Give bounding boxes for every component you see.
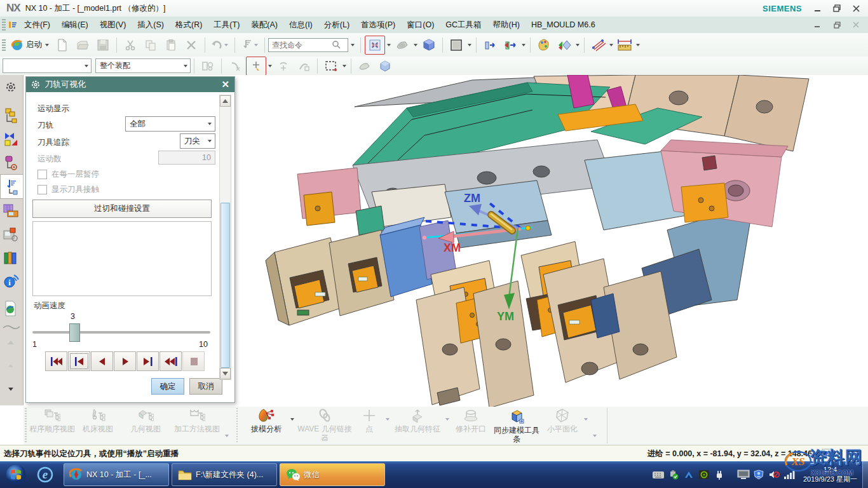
- view-orientation-button[interactable]: [419, 36, 438, 54]
- menu-preferences[interactable]: 首选项(P): [355, 17, 401, 33]
- bottom-toolbar-handle[interactable]: [25, 408, 27, 442]
- menu-file[interactable]: 文件(F): [18, 17, 56, 33]
- taskbar-nx-button[interactable]: NX 10 - 加工 - [_...: [64, 463, 169, 486]
- measure-button[interactable]: [615, 36, 634, 54]
- tray-keyboard-icon[interactable]: [652, 469, 665, 480]
- menu-gc-toolbox[interactable]: GC工具箱: [440, 17, 487, 33]
- resource-bar-sash[interactable]: [2, 323, 21, 330]
- snap-midpoint-button[interactable]: [294, 57, 313, 75]
- roles-gear-icon[interactable]: [0, 75, 22, 98]
- tray-usb-icon[interactable]: [667, 469, 680, 480]
- point-button[interactable]: 点: [354, 408, 384, 433]
- pause-each-level-checkbox[interactable]: 在每一层暂停: [37, 169, 99, 180]
- undo-button[interactable]: [209, 36, 231, 54]
- menu-drag-handle[interactable]: [2, 19, 6, 30]
- operation-navigator-tab[interactable]: [0, 174, 23, 199]
- tray-display-icon[interactable]: [737, 469, 750, 480]
- speed-slider-track[interactable]: [32, 331, 210, 334]
- start-orb[interactable]: [5, 464, 27, 485]
- tray-nvidia-icon[interactable]: [698, 469, 710, 480]
- menu-view[interactable]: 视图(V): [94, 17, 132, 33]
- toolpath-combo[interactable]: 全部: [125, 116, 215, 132]
- copy-button[interactable]: [141, 36, 160, 54]
- internet-info-tab[interactable]: i: [0, 269, 22, 293]
- snap-rotate-button[interactable]: [274, 57, 293, 75]
- minimize-button[interactable]: [811, 3, 825, 13]
- pull-face-button[interactable]: [501, 36, 520, 54]
- menu-edit[interactable]: 编辑(E): [56, 17, 94, 33]
- move-face-button[interactable]: [480, 36, 499, 54]
- speed-slider-thumb[interactable]: [69, 323, 80, 342]
- machine-tool-view-button[interactable]: 机床视图: [75, 408, 121, 433]
- step-forward-button[interactable]: [137, 351, 159, 371]
- play-forward-button[interactable]: [114, 351, 136, 371]
- tray-volume-muted-icon[interactable]: [768, 469, 780, 480]
- menu-assemblies[interactable]: 装配(A): [245, 17, 283, 33]
- facet-body-button[interactable]: 小平面化: [542, 408, 583, 433]
- shell-select-button[interactable]: [355, 57, 374, 75]
- assembly-navigator-tab[interactable]: [0, 104, 22, 127]
- draft-analysis-button[interactable]: 拔模分析: [243, 408, 289, 433]
- menu-analysis[interactable]: 分析(L): [318, 17, 355, 33]
- menu-hb-mould[interactable]: HB_MOULD M6.6: [526, 18, 601, 32]
- taskbar-wechat-button[interactable]: 微信: [280, 463, 385, 486]
- dialog-close-icon[interactable]: ✕: [221, 79, 229, 90]
- assembly-constraint-button[interactable]: [198, 57, 217, 75]
- tray-autodesk-icon[interactable]: [682, 469, 695, 480]
- open-button[interactable]: [73, 36, 92, 54]
- machining-method-view-button[interactable]: 加工方法视图: [170, 408, 224, 433]
- library-tab[interactable]: [0, 246, 22, 269]
- start-button[interactable]: 启动: [9, 36, 51, 54]
- selection-scope-combo[interactable]: 整个装配: [95, 58, 191, 73]
- new-file-button[interactable]: [53, 36, 72, 54]
- section-view-button[interactable]: [588, 36, 607, 54]
- gouge-check-button[interactable]: 过切和碰撞设置: [32, 200, 212, 218]
- doc-minimize-button[interactable]: [811, 20, 825, 30]
- resource-bar-menu-caret[interactable]: [0, 377, 22, 401]
- ie-taskbar-icon[interactable]: e: [34, 465, 56, 484]
- dialog-title-bar[interactable]: 刀轨可视化 ✕: [26, 77, 234, 92]
- process-navigator-tab[interactable]: [0, 222, 22, 246]
- doc-close-button[interactable]: [849, 20, 863, 30]
- play-backward-button[interactable]: [91, 351, 113, 371]
- cut-button[interactable]: [121, 36, 140, 54]
- history-tab[interactable]: [0, 297, 22, 320]
- toolpath-event-list[interactable]: [32, 221, 212, 296]
- taskbar-folder-button[interactable]: F:\新建文件夹 (4)...: [172, 463, 277, 486]
- go-to-end-button[interactable]: [159, 351, 182, 371]
- menu-help[interactable]: 帮助(H): [487, 17, 526, 33]
- ok-button[interactable]: 确定: [151, 378, 184, 395]
- dialog-scrollbar[interactable]: [219, 95, 231, 380]
- menu-format[interactable]: 格式(R): [170, 17, 208, 33]
- step-back-button[interactable]: [68, 351, 90, 371]
- marquee-select-button[interactable]: [322, 57, 341, 75]
- snap-filter-button[interactable]: [246, 57, 266, 76]
- toolbar-drag-handle[interactable]: [2, 39, 6, 51]
- tool-tracking-combo[interactable]: 刀尖: [180, 133, 215, 149]
- solid-select-button[interactable]: [376, 57, 395, 75]
- doc-restore-button[interactable]: [830, 20, 844, 30]
- type-filter-combo[interactable]: [3, 58, 92, 73]
- visual-effects-button[interactable]: [534, 36, 553, 54]
- tray-action-center-icon[interactable]: [752, 469, 765, 480]
- tray-power-plug-icon[interactable]: [713, 469, 726, 480]
- display-mode-button[interactable]: [393, 36, 412, 54]
- background-button[interactable]: [447, 36, 466, 54]
- restore-button[interactable]: [830, 3, 844, 13]
- fit-view-button[interactable]: [365, 36, 385, 55]
- menu-tools[interactable]: 工具(T): [208, 17, 245, 33]
- synchronous-modeling-button[interactable]: 同步建模工具条: [491, 408, 542, 444]
- true-shading-button[interactable]: [555, 36, 574, 54]
- paste-button[interactable]: [161, 36, 180, 54]
- save-button[interactable]: [93, 36, 112, 54]
- tool-display-button[interactable]: [239, 36, 261, 54]
- delete-button[interactable]: [182, 36, 201, 54]
- geometry-view-button[interactable]: 几何视图: [121, 408, 170, 433]
- part-navigator-tab[interactable]: [0, 151, 22, 174]
- close-button[interactable]: [849, 3, 863, 13]
- scrollbar-thumb[interactable]: [220, 203, 230, 368]
- scrollbar-down-button[interactable]: [220, 368, 231, 379]
- command-finder-input[interactable]: [271, 40, 332, 50]
- constraint-navigator-tab[interactable]: [0, 127, 22, 151]
- patch-opening-button[interactable]: 修补开口: [451, 408, 491, 433]
